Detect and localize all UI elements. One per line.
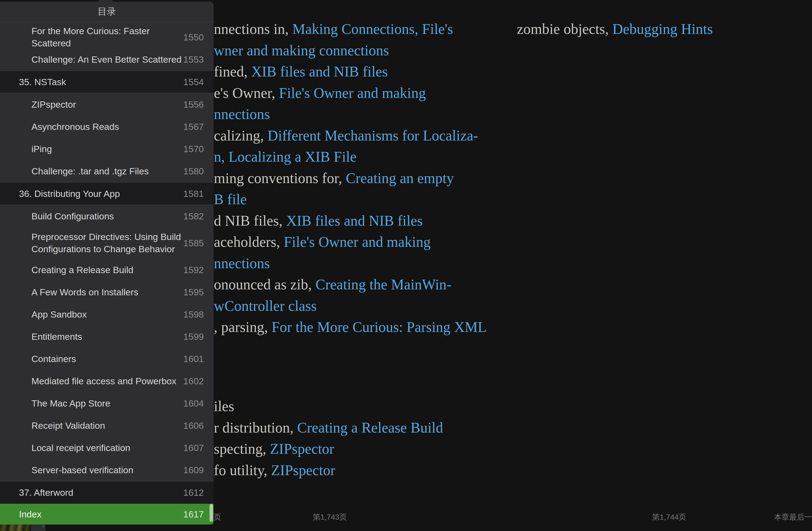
toc-item-label: Index: [19, 508, 176, 520]
chapter-end-label: 本章最后一: [774, 512, 812, 522]
toc-item-label: ZIPspector: [31, 98, 183, 111]
index-line: fo utility, ZIPspector: [214, 460, 335, 481]
index-line: nnections: [214, 103, 270, 125]
index-text: calizing,: [214, 127, 267, 144]
index-line: wController class: [214, 295, 317, 317]
toc-item-label: App Sandbox: [31, 308, 183, 321]
toc-item-label: Receipt Validation: [31, 420, 183, 432]
index-link[interactable]: For the More Curious: Parsing XML: [272, 319, 487, 335]
toc-item[interactable]: App Sandbox 1598: [0, 303, 214, 325]
toc-item-page: 1581: [183, 188, 204, 199]
toc-item[interactable]: Creating a Release Build 1592: [0, 259, 214, 281]
toc-item[interactable]: iPing 1570: [0, 138, 214, 160]
index-link[interactable]: B file: [214, 191, 247, 208]
toc-item-page: 1617: [183, 509, 204, 520]
index-link[interactable]: nnections: [214, 255, 270, 271]
index-line: ming conventions for, Creating an empty: [214, 168, 454, 189]
toc-item[interactable]: 36. Distributing Your App 1581: [0, 182, 214, 205]
index-line: d NIB files, XIB files and NIB files: [214, 210, 423, 231]
index-link[interactable]: Creating a Release Build: [297, 420, 443, 436]
toc-item[interactable]: Preprocessor Directives: Using Build Con…: [0, 227, 214, 259]
index-line: e's Owner, File's Owner and making: [214, 82, 426, 103]
index-link[interactable]: ZIPspector: [271, 462, 335, 478]
page-label-left: 第1,743页: [313, 512, 347, 522]
toc-item-label: Challenge: An Even Better Scattered: [31, 53, 183, 66]
toc-item-page: 1554: [183, 77, 204, 87]
index-text: , parsing,: [214, 319, 272, 335]
index-link[interactable]: File's Owner and making: [284, 234, 431, 250]
toc-item[interactable]: Server-based verification 1609: [0, 459, 214, 481]
index-link[interactable]: ZIPspector: [270, 441, 334, 457]
toc-scrollbar-thumb[interactable]: [209, 504, 213, 522]
thumbnail-mark: [42, 526, 44, 527]
toc-item[interactable]: Receipt Validation 1606: [0, 415, 214, 437]
index-line: wner and making connections: [214, 40, 389, 61]
index-line: iles: [214, 396, 234, 417]
toc-item-page: 1553: [183, 54, 204, 65]
index-link[interactable]: Creating the MainWin-: [316, 276, 451, 293]
toc-item[interactable]: Challenge: An Even Better Scattered 1553: [0, 48, 214, 70]
toc-item-page: 1585: [183, 238, 204, 248]
toc-item[interactable]: Local receipt verification 1607: [0, 437, 214, 459]
toc-item-page: 1604: [183, 398, 204, 409]
index-link[interactable]: nnections: [214, 106, 270, 122]
toc-item-label: Mediated file access and Powerbox: [31, 375, 183, 387]
toc-item-page: 1598: [183, 309, 204, 320]
index-line: specting, ZIPspector: [214, 438, 334, 459]
toc-item-selected[interactable]: Index 1617: [0, 504, 214, 525]
toc-item-label: Challenge: .tar and .tgz Files: [31, 165, 183, 177]
index-line: , parsing, For the More Curious: Parsing…: [214, 317, 487, 338]
index-text: zombie objects,: [517, 21, 612, 37]
toc-item-page: 1567: [183, 122, 204, 132]
index-link[interactable]: Different Mechanisms for Localiza-: [267, 127, 478, 144]
toc-item[interactable]: The Mac App Store 1604: [0, 392, 214, 415]
page-thumbnail-photo[interactable]: [0, 525, 31, 531]
index-link[interactable]: Debugging Hints: [612, 21, 713, 37]
page-label-right: 第1,744页: [652, 512, 686, 522]
toc-item[interactable]: Build Configurations 1582: [0, 205, 214, 227]
index-link[interactable]: XIB files and NIB files: [286, 213, 423, 229]
index-text: specting,: [214, 441, 270, 457]
toc-item[interactable]: 35. NSTask 1554: [0, 70, 214, 93]
toc-list: For the More Curious: Faster Scattered 1…: [0, 22, 214, 525]
index-link[interactable]: File's Owner and making: [279, 85, 426, 101]
index-link[interactable]: Localizing a XIB File: [229, 149, 357, 165]
index-link[interactable]: Creating an empty: [346, 170, 454, 186]
index-link[interactable]: XIB files and NIB files: [251, 64, 388, 80]
toc-item[interactable]: For the More Curious: Faster Scattered 1…: [0, 26, 214, 48]
index-link[interactable]: n,: [214, 149, 229, 165]
toc-item-label: 35. NSTask: [19, 76, 176, 88]
toc-item[interactable]: 37. Afterword 1612: [0, 481, 214, 504]
index-link[interactable]: File's: [422, 21, 453, 37]
page-thumbnail[interactable]: [31, 525, 45, 531]
toc-item-label: A Few Words on Installers: [31, 286, 183, 298]
index-text: r distribution,: [214, 420, 297, 436]
index-text: e's Owner,: [214, 85, 279, 101]
index-text: nnections in,: [214, 21, 292, 37]
index-line: zombie objects, Debugging Hints: [517, 18, 713, 40]
toc-item-page: 1612: [183, 487, 204, 498]
index-line: r distribution, Creating a Release Build: [214, 417, 443, 438]
index-link[interactable]: Making Connections,: [292, 21, 418, 37]
index-link[interactable]: wController class: [214, 298, 317, 314]
index-text: fined,: [214, 64, 251, 80]
index-link[interactable]: wner and making connections: [214, 42, 389, 59]
toc-item-label: Creating a Release Build: [31, 264, 183, 276]
toc-item[interactable]: ZIPspector 1556: [0, 93, 214, 115]
toc-item[interactable]: Containers 1601: [0, 348, 214, 370]
toc-item[interactable]: A Few Words on Installers 1595: [0, 281, 214, 303]
page-label-clipped: 页: [214, 512, 221, 522]
toc-item-label: Preprocessor Directives: Using Build Con…: [31, 231, 183, 255]
toc-item[interactable]: Entitlements 1599: [0, 325, 214, 348]
toc-item[interactable]: Mediated file access and Powerbox 1602: [0, 370, 214, 392]
toc-item-page: 1556: [183, 99, 204, 110]
toc-item-label: Asynchronous Reads: [31, 121, 183, 133]
toc-item-label: Containers: [31, 353, 183, 365]
toc-item[interactable]: Challenge: .tar and .tgz Files 1580: [0, 160, 214, 182]
toc-item-label: Entitlements: [31, 331, 183, 343]
toc-popover: 目录 For the More Curious: Faster Scattere…: [0, 2, 214, 525]
toc-item-label: Build Configurations: [31, 210, 183, 222]
toc-item-page: 1606: [183, 420, 204, 431]
toc-item[interactable]: Asynchronous Reads 1567: [0, 115, 214, 138]
toc-item-label: 37. Afterword: [19, 487, 176, 499]
